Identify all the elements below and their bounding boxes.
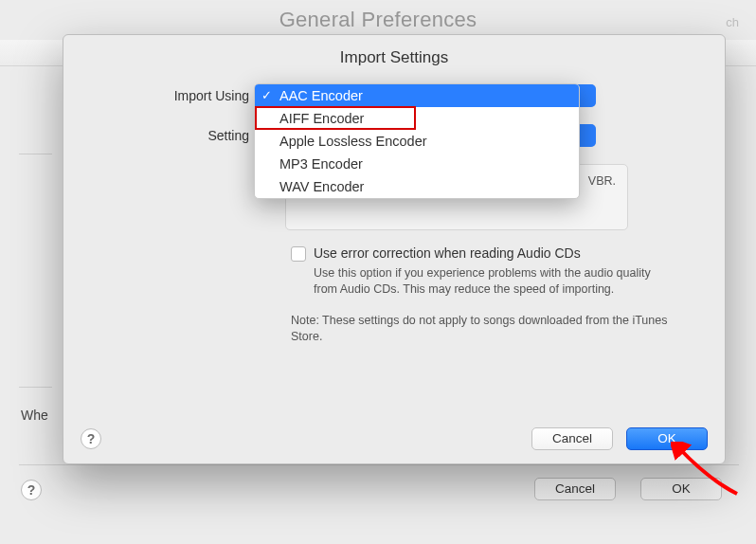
error-correction-hint: Use this option if you experience proble…: [314, 265, 664, 298]
dropdown-item-aiff[interactable]: AIFF Encoder: [255, 107, 579, 130]
dropdown-item-lossless[interactable]: Apple Lossless Encoder: [255, 130, 579, 153]
dropdown-item-mp3[interactable]: MP3 Encoder: [255, 153, 579, 175]
import-using-label: Import Using: [94, 88, 255, 103]
help-button[interactable]: ?: [21, 480, 42, 500]
dialog-title: Import Settings: [63, 35, 725, 75]
dropdown-item-label: WAV Encoder: [279, 179, 364, 194]
encoder-info-trailing: VBR.: [588, 174, 616, 188]
dropdown-item-label: AIFF Encoder: [279, 111, 364, 126]
truncated-text: ch: [726, 15, 739, 29]
dropdown-item-aac[interactable]: ✓ AAC Encoder: [255, 84, 579, 107]
divider: [19, 464, 739, 465]
parent-cancel-button[interactable]: Cancel: [534, 478, 616, 500]
itunes-store-note: Note: These settings do not apply to son…: [291, 313, 670, 345]
error-correction-label: Use error correction when reading Audio …: [314, 245, 581, 261]
cancel-button[interactable]: Cancel: [531, 427, 613, 450]
checkmark-icon: ✓: [261, 88, 272, 102]
encoder-dropdown-menu: ✓ AAC Encoder AIFF Encoder Apple Lossles…: [254, 83, 580, 199]
select-arrows-icon: [577, 124, 596, 147]
dropdown-item-wav[interactable]: WAV Encoder: [255, 175, 579, 198]
dialog-help-button[interactable]: ?: [81, 428, 101, 449]
divider: [19, 154, 52, 154]
divider: [19, 387, 52, 388]
parent-truncated-label: Whe: [21, 408, 48, 423]
select-arrows-icon: [577, 84, 596, 107]
setting-label: Setting: [94, 128, 255, 143]
error-correction-checkbox[interactable]: [291, 246, 306, 262]
ok-button[interactable]: OK: [626, 427, 708, 450]
parent-ok-button[interactable]: OK: [640, 478, 722, 500]
dropdown-item-label: Apple Lossless Encoder: [279, 134, 427, 149]
dropdown-item-label: MP3 Encoder: [279, 156, 363, 172]
dropdown-item-label: AAC Encoder: [279, 88, 363, 103]
